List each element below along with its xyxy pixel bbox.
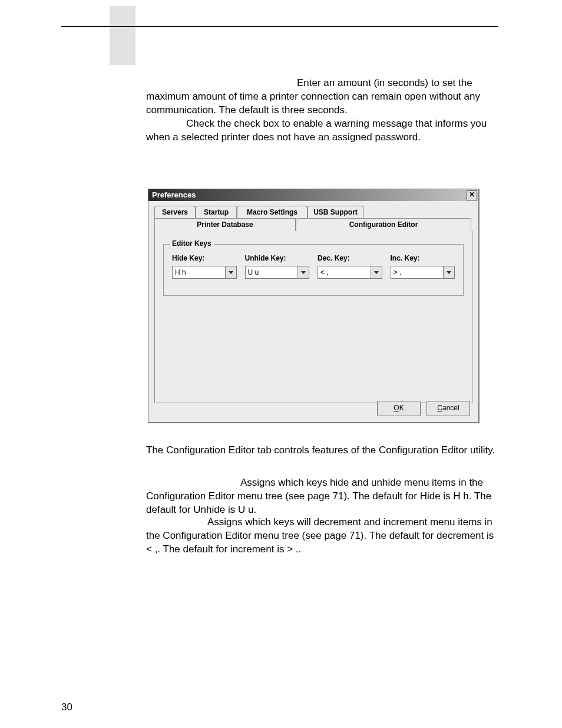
paragraph-password-warning: Check the check box to enable a warning … [146,117,500,144]
close-icon: ✕ [469,190,475,199]
inc-key-dropdown-button[interactable] [443,266,454,278]
paragraph-dec-inc-keys: Assigns which keys will decrement and in… [146,516,500,556]
dialog-title-bar: Preferences ✕ [148,189,478,201]
dec-key-label: Dec. Key: [318,254,382,262]
ok-button[interactable]: OK [377,401,421,416]
cancel-mnemonic: C [437,404,442,412]
chevron-down-icon [229,271,233,274]
chevron-down-icon [374,271,379,274]
tab-usb-support[interactable]: USB Support [308,206,363,219]
header-rule [61,26,498,27]
unhide-key-value: U u [246,266,298,278]
unhide-key-dropdown-button[interactable] [297,266,309,278]
paragraph-hide-unhide-keys: Assigns which keys hide and unhide menu … [146,476,500,517]
close-button[interactable]: ✕ [467,190,477,200]
inc-key-column: Inc. Key: > . [391,254,455,279]
dec-key-value: < , [318,266,371,278]
tab-servers[interactable]: Servers [154,206,196,219]
inc-key-label: Inc. Key: [391,254,455,262]
tab-label: Printer Database [197,220,253,229]
editor-keys-groupbox: Editor Keys Hide Key: H h Unhide Key: [163,244,464,296]
tab-configuration-editor[interactable]: Configuration Editor [296,218,471,231]
hide-key-value: H h [173,266,225,278]
paragraph-text: Assigns which keys hide and unhide menu … [146,477,491,515]
paragraph-text: Assigns which keys will decrement and in… [146,516,494,555]
paragraph-text: The Configuration Editor tab controls fe… [146,444,495,456]
dialog-button-row: OK Cancel [377,401,470,416]
dec-key-dropdown-button[interactable] [371,266,382,278]
tab-label: Configuration Editor [349,220,418,229]
dialog-title: Preferences [152,190,196,199]
unhide-key-column: Unhide Key: U u [245,254,310,279]
tab-label: Macro Settings [247,208,297,216]
tab-macro-settings[interactable]: Macro Settings [237,206,308,219]
hide-key-column: Hide Key: H h [172,254,237,279]
cancel-button[interactable]: Cancel [427,401,470,416]
dec-key-combo[interactable]: < , [318,266,382,279]
chevron-down-icon [447,271,451,274]
dec-key-column: Dec. Key: < , [318,254,382,279]
hide-key-combo[interactable]: H h [172,266,237,279]
ok-mnemonic: O [394,404,399,412]
inc-key-combo[interactable]: > . [391,266,455,279]
tab-label: Startup [204,208,229,216]
tab-startup[interactable]: Startup [196,206,237,219]
tab-panel-configuration-editor: Editor Keys Hide Key: H h Unhide Key: [154,231,472,403]
tabs-area: Servers Startup Macro Settings USB Suppo… [154,206,472,403]
preferences-dialog: Preferences ✕ Servers Startup Macro Sett… [148,189,479,423]
cancel-rest: ancel [442,404,459,412]
hide-key-dropdown-button[interactable] [225,266,236,278]
unhide-key-combo[interactable]: U u [245,266,310,279]
paragraph-connection-timeout: Enter an amount (in seconds) to set the … [146,77,500,117]
tab-row-bottom: Printer Database Configuration Editor [154,218,472,231]
inc-key-value: > . [391,266,444,278]
paragraph-text: Enter an amount (in seconds) to set the … [146,77,480,116]
editor-keys-row: Hide Key: H h Unhide Key: U u [172,254,455,279]
chevron-down-icon [301,271,306,274]
paragraph-text: Check the check box to enable a warning … [146,118,487,143]
tab-row-top: Servers Startup Macro Settings USB Suppo… [154,206,472,219]
page-number: 30 [61,701,72,713]
tab-label: USB Support [313,208,358,216]
tab-label: Servers [162,208,188,216]
header-tab-block [110,6,135,65]
paragraph-config-editor-intro: The Configuration Editor tab controls fe… [146,444,500,457]
groupbox-legend: Editor Keys [170,239,214,248]
hide-key-label: Hide Key: [172,254,237,262]
ok-rest: K [399,404,404,412]
unhide-key-label: Unhide Key: [245,254,310,262]
tab-printer-database[interactable]: Printer Database [154,218,296,231]
